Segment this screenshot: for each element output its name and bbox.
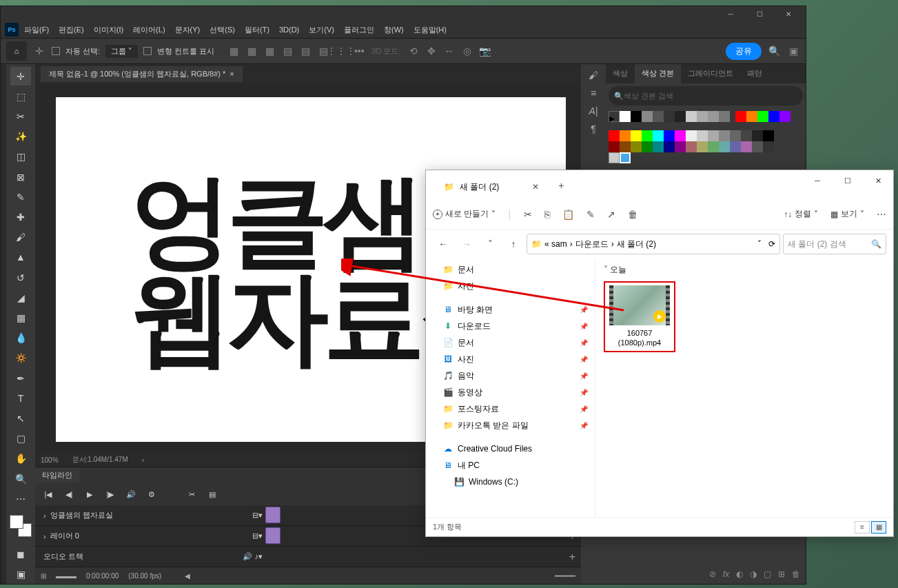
search-button[interactable]: 🔍 [767, 44, 781, 58]
swatch[interactable] [708, 130, 719, 141]
new-tab-button[interactable]: + [558, 180, 564, 191]
group-header[interactable]: 오늘 [604, 264, 885, 276]
eyedropper-tool[interactable]: ✎ [10, 187, 31, 206]
type-tool[interactable]: T [10, 389, 31, 407]
swatch[interactable] [697, 141, 708, 152]
zoom-tool[interactable]: 🔍 [10, 469, 31, 488]
timeline-audio-track[interactable]: 오디오 트랙🔊 ♪▾ + [35, 547, 581, 567]
refresh-button[interactable]: ⟳ [768, 239, 775, 249]
auto-select-dropdown[interactable]: 그룹 ˅ [105, 45, 138, 58]
foreground-color[interactable] [10, 515, 23, 529]
swatch[interactable] [752, 130, 763, 141]
wand-tool[interactable]: ✨ [10, 128, 31, 146]
quick-mask-tool[interactable]: ◼ [10, 545, 31, 564]
swatch[interactable] [675, 141, 686, 152]
home-button[interactable]: ⌂ [6, 41, 27, 61]
explorer-tab[interactable]: 📁 새 폴더 (2) ✕ [434, 174, 549, 199]
menu-plugins[interactable]: 플러그인 [340, 23, 378, 37]
eraser-tool[interactable]: ◢ [10, 288, 31, 307]
swatch[interactable] [686, 141, 697, 152]
move-tool[interactable]: ✛ [10, 67, 31, 85]
rename-button[interactable]: ✎ [586, 209, 595, 220]
file-item[interactable]: ▶ 160767(1080p).mp4 [604, 281, 675, 352]
swatch[interactable] [763, 141, 774, 152]
pen-tool[interactable]: ✒ [10, 369, 31, 387]
panel-tab-color[interactable]: 색상 [606, 64, 635, 83]
lasso-tool[interactable]: ✂ [10, 107, 31, 125]
swatch[interactable] [631, 130, 642, 141]
menu-edit[interactable]: 편집(E) [54, 23, 88, 37]
details-view-button[interactable]: ≡ [855, 521, 870, 534]
align-middle-icon[interactable]: ▤ [298, 44, 312, 58]
swatch[interactable] [642, 111, 653, 122]
swatch[interactable] [664, 141, 675, 152]
3d-pan-icon[interactable]: ✥ [425, 44, 438, 58]
more-tools[interactable]: ⋯ [10, 489, 31, 508]
swatch-selected[interactable] [620, 152, 631, 163]
align-top-icon[interactable]: ▤ [280, 44, 294, 58]
tl-audio[interactable]: 🔊 [123, 487, 139, 502]
menu-3d[interactable]: 3D(D) [275, 23, 303, 36]
fx-icon[interactable]: fx [723, 569, 729, 579]
swatch[interactable] [752, 141, 763, 152]
swatch[interactable] [686, 130, 697, 141]
ps-maximize-button[interactable]: ☐ [745, 6, 774, 21]
swatch[interactable] [620, 141, 631, 152]
sort-button[interactable]: ↑↓ 정렬 ˅ [784, 208, 818, 220]
share-button[interactable]: 공유 [726, 43, 762, 60]
explorer-search[interactable]: 새 폴더 (2) 검색 🔍 [783, 234, 886, 254]
swatch[interactable] [730, 141, 741, 152]
icons-view-button[interactable]: ▦ [871, 521, 886, 534]
tl-play[interactable]: ▶ [82, 487, 97, 502]
timeline-clip[interactable] [265, 507, 280, 523]
tl-next-frame[interactable]: |▶ [103, 487, 118, 502]
distribute-icon[interactable]: ⋮⋮⋮ [334, 44, 348, 58]
nav-item[interactable]: 📄문서📌 [426, 334, 595, 351]
cut-button[interactable]: ✂ [524, 209, 532, 220]
new-button[interactable]: + 새로 만들기 ˅ [433, 208, 496, 220]
nav-recent[interactable]: ˅ [480, 234, 500, 254]
swatch[interactable] [763, 130, 774, 141]
nav-forward[interactable]: → [456, 234, 477, 254]
swatch[interactable] [719, 130, 730, 141]
crop-tool[interactable]: ◫ [10, 148, 31, 166]
swatch-folder[interactable]: ▸ [609, 111, 620, 122]
path-tool[interactable]: ↖ [10, 409, 31, 427]
swatch-search[interactable]: 🔍 색상 견본 검색 [609, 86, 803, 105]
3d-slide-icon[interactable]: ↔ [442, 44, 456, 58]
swatch[interactable] [719, 141, 730, 152]
nav-item[interactable]: ☁Creative Cloud Files [426, 440, 595, 457]
swatch[interactable] [675, 111, 686, 122]
preset-panel-icon[interactable]: ≡ [591, 88, 596, 99]
shape-tool[interactable]: ▢ [10, 429, 31, 448]
nav-item[interactable]: 🖼사진📌 [426, 351, 595, 367]
menu-view[interactable]: 보기(V) [305, 23, 338, 37]
swatch[interactable] [620, 111, 631, 122]
align-center-icon[interactable]: ▦ [245, 44, 258, 58]
explorer-minimize[interactable]: ─ [802, 170, 833, 191]
explorer-close[interactable]: ✕ [863, 170, 893, 191]
tl-frames-icon[interactable]: ⊞ [41, 572, 46, 580]
swatch[interactable] [609, 152, 620, 163]
nav-item[interactable]: 📁포스팅자료📌 [426, 401, 595, 417]
menu-window[interactable]: 창(W) [380, 23, 408, 37]
history-brush-tool[interactable]: ↺ [10, 268, 31, 287]
menu-type[interactable]: 문자(Y) [171, 23, 205, 37]
breadcrumb[interactable]: 📁 « sam › 다운로드 › 새 폴더 (2) ˅ ⟳ [527, 234, 780, 254]
3d-scale-icon[interactable]: ◎ [460, 44, 474, 58]
swatch[interactable] [653, 111, 664, 122]
tl-split[interactable]: ✂ [184, 487, 199, 502]
swatch[interactable] [741, 141, 752, 152]
menu-layer[interactable]: 레이어(L) [129, 23, 169, 37]
ps-minimize-button[interactable]: ─ [716, 6, 745, 21]
tab-close-icon[interactable]: ✕ [532, 182, 539, 192]
auto-select-checkbox[interactable] [52, 47, 60, 55]
nav-back[interactable]: ← [433, 234, 453, 254]
swatch[interactable] [746, 111, 757, 122]
nav-item[interactable]: 💾Windows (C:) [426, 474, 595, 490]
tl-prev-frame[interactable]: ◀| [61, 487, 76, 502]
swatch[interactable] [664, 111, 675, 122]
frame-tool[interactable]: ⊠ [10, 168, 31, 186]
nav-up[interactable]: ↑ [503, 234, 524, 254]
document-tab[interactable]: 제목 없음-1 @ 100% (엉클샘의 웹자료실, RGB/8#) * × [41, 66, 243, 82]
